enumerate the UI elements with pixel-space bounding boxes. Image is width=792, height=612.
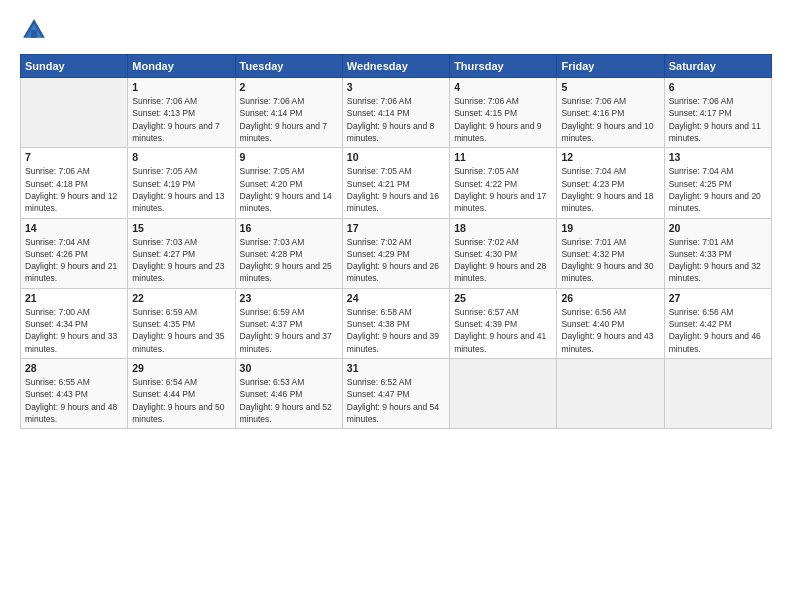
calendar-week-row: 7Sunrise: 7:06 AMSunset: 4:18 PMDaylight… <box>21 148 772 218</box>
day-number: 28 <box>25 362 123 374</box>
calendar-cell: 22Sunrise: 6:59 AMSunset: 4:35 PMDayligh… <box>128 288 235 358</box>
calendar-cell: 15Sunrise: 7:03 AMSunset: 4:27 PMDayligh… <box>128 218 235 288</box>
day-info: Sunrise: 7:06 AMSunset: 4:14 PMDaylight:… <box>347 95 445 144</box>
calendar-cell: 6Sunrise: 7:06 AMSunset: 4:17 PMDaylight… <box>664 78 771 148</box>
day-info: Sunrise: 7:03 AMSunset: 4:28 PMDaylight:… <box>240 236 338 285</box>
day-number: 29 <box>132 362 230 374</box>
day-number: 3 <box>347 81 445 93</box>
day-number: 9 <box>240 151 338 163</box>
day-number: 21 <box>25 292 123 304</box>
day-number: 16 <box>240 222 338 234</box>
day-info: Sunrise: 7:01 AMSunset: 4:33 PMDaylight:… <box>669 236 767 285</box>
calendar-cell: 8Sunrise: 7:05 AMSunset: 4:19 PMDaylight… <box>128 148 235 218</box>
day-number: 7 <box>25 151 123 163</box>
weekday-header: Wednesday <box>342 55 449 78</box>
calendar-cell: 19Sunrise: 7:01 AMSunset: 4:32 PMDayligh… <box>557 218 664 288</box>
day-number: 6 <box>669 81 767 93</box>
day-number: 17 <box>347 222 445 234</box>
calendar-table: SundayMondayTuesdayWednesdayThursdayFrid… <box>20 54 772 429</box>
calendar-cell: 2Sunrise: 7:06 AMSunset: 4:14 PMDaylight… <box>235 78 342 148</box>
day-info: Sunrise: 7:00 AMSunset: 4:34 PMDaylight:… <box>25 306 123 355</box>
page: SundayMondayTuesdayWednesdayThursdayFrid… <box>0 0 792 612</box>
calendar-week-row: 21Sunrise: 7:00 AMSunset: 4:34 PMDayligh… <box>21 288 772 358</box>
day-info: Sunrise: 7:04 AMSunset: 4:25 PMDaylight:… <box>669 165 767 214</box>
header <box>20 16 772 44</box>
svg-rect-2 <box>31 30 37 38</box>
day-info: Sunrise: 6:59 AMSunset: 4:35 PMDaylight:… <box>132 306 230 355</box>
day-number: 4 <box>454 81 552 93</box>
day-info: Sunrise: 7:01 AMSunset: 4:32 PMDaylight:… <box>561 236 659 285</box>
calendar-cell <box>21 78 128 148</box>
calendar-cell: 16Sunrise: 7:03 AMSunset: 4:28 PMDayligh… <box>235 218 342 288</box>
calendar-cell: 27Sunrise: 6:56 AMSunset: 4:42 PMDayligh… <box>664 288 771 358</box>
day-info: Sunrise: 7:06 AMSunset: 4:16 PMDaylight:… <box>561 95 659 144</box>
day-number: 15 <box>132 222 230 234</box>
day-number: 24 <box>347 292 445 304</box>
calendar-cell: 9Sunrise: 7:05 AMSunset: 4:20 PMDaylight… <box>235 148 342 218</box>
day-number: 22 <box>132 292 230 304</box>
calendar-cell: 1Sunrise: 7:06 AMSunset: 4:13 PMDaylight… <box>128 78 235 148</box>
day-info: Sunrise: 6:58 AMSunset: 4:38 PMDaylight:… <box>347 306 445 355</box>
day-number: 11 <box>454 151 552 163</box>
day-number: 27 <box>669 292 767 304</box>
weekday-header: Monday <box>128 55 235 78</box>
calendar-cell: 11Sunrise: 7:05 AMSunset: 4:22 PMDayligh… <box>450 148 557 218</box>
calendar-cell: 21Sunrise: 7:00 AMSunset: 4:34 PMDayligh… <box>21 288 128 358</box>
day-info: Sunrise: 6:57 AMSunset: 4:39 PMDaylight:… <box>454 306 552 355</box>
day-info: Sunrise: 6:52 AMSunset: 4:47 PMDaylight:… <box>347 376 445 425</box>
day-number: 12 <box>561 151 659 163</box>
calendar-cell: 31Sunrise: 6:52 AMSunset: 4:47 PMDayligh… <box>342 359 449 429</box>
day-number: 10 <box>347 151 445 163</box>
day-number: 26 <box>561 292 659 304</box>
day-number: 8 <box>132 151 230 163</box>
logo-icon <box>20 16 48 44</box>
day-number: 2 <box>240 81 338 93</box>
day-info: Sunrise: 7:02 AMSunset: 4:30 PMDaylight:… <box>454 236 552 285</box>
day-info: Sunrise: 6:53 AMSunset: 4:46 PMDaylight:… <box>240 376 338 425</box>
weekday-header: Thursday <box>450 55 557 78</box>
day-number: 25 <box>454 292 552 304</box>
day-info: Sunrise: 7:06 AMSunset: 4:14 PMDaylight:… <box>240 95 338 144</box>
weekday-header-row: SundayMondayTuesdayWednesdayThursdayFrid… <box>21 55 772 78</box>
day-number: 13 <box>669 151 767 163</box>
calendar-cell: 13Sunrise: 7:04 AMSunset: 4:25 PMDayligh… <box>664 148 771 218</box>
day-info: Sunrise: 7:03 AMSunset: 4:27 PMDaylight:… <box>132 236 230 285</box>
day-info: Sunrise: 7:06 AMSunset: 4:15 PMDaylight:… <box>454 95 552 144</box>
day-info: Sunrise: 7:04 AMSunset: 4:26 PMDaylight:… <box>25 236 123 285</box>
day-info: Sunrise: 7:05 AMSunset: 4:20 PMDaylight:… <box>240 165 338 214</box>
calendar-cell: 20Sunrise: 7:01 AMSunset: 4:33 PMDayligh… <box>664 218 771 288</box>
day-info: Sunrise: 6:59 AMSunset: 4:37 PMDaylight:… <box>240 306 338 355</box>
day-info: Sunrise: 7:05 AMSunset: 4:19 PMDaylight:… <box>132 165 230 214</box>
calendar-week-row: 1Sunrise: 7:06 AMSunset: 4:13 PMDaylight… <box>21 78 772 148</box>
day-number: 31 <box>347 362 445 374</box>
day-info: Sunrise: 7:06 AMSunset: 4:18 PMDaylight:… <box>25 165 123 214</box>
day-number: 5 <box>561 81 659 93</box>
calendar-cell: 7Sunrise: 7:06 AMSunset: 4:18 PMDaylight… <box>21 148 128 218</box>
day-info: Sunrise: 6:54 AMSunset: 4:44 PMDaylight:… <box>132 376 230 425</box>
calendar-week-row: 28Sunrise: 6:55 AMSunset: 4:43 PMDayligh… <box>21 359 772 429</box>
day-info: Sunrise: 6:56 AMSunset: 4:40 PMDaylight:… <box>561 306 659 355</box>
weekday-header: Friday <box>557 55 664 78</box>
calendar-body: 1Sunrise: 7:06 AMSunset: 4:13 PMDaylight… <box>21 78 772 429</box>
day-info: Sunrise: 7:04 AMSunset: 4:23 PMDaylight:… <box>561 165 659 214</box>
calendar-cell: 26Sunrise: 6:56 AMSunset: 4:40 PMDayligh… <box>557 288 664 358</box>
day-info: Sunrise: 7:05 AMSunset: 4:22 PMDaylight:… <box>454 165 552 214</box>
weekday-header: Tuesday <box>235 55 342 78</box>
calendar-week-row: 14Sunrise: 7:04 AMSunset: 4:26 PMDayligh… <box>21 218 772 288</box>
calendar-cell: 28Sunrise: 6:55 AMSunset: 4:43 PMDayligh… <box>21 359 128 429</box>
calendar-cell: 30Sunrise: 6:53 AMSunset: 4:46 PMDayligh… <box>235 359 342 429</box>
day-number: 19 <box>561 222 659 234</box>
calendar-cell <box>664 359 771 429</box>
calendar-cell <box>450 359 557 429</box>
calendar-cell: 14Sunrise: 7:04 AMSunset: 4:26 PMDayligh… <box>21 218 128 288</box>
weekday-header: Sunday <box>21 55 128 78</box>
day-info: Sunrise: 7:06 AMSunset: 4:13 PMDaylight:… <box>132 95 230 144</box>
calendar-header: SundayMondayTuesdayWednesdayThursdayFrid… <box>21 55 772 78</box>
calendar-cell: 24Sunrise: 6:58 AMSunset: 4:38 PMDayligh… <box>342 288 449 358</box>
calendar-cell: 17Sunrise: 7:02 AMSunset: 4:29 PMDayligh… <box>342 218 449 288</box>
calendar-cell: 25Sunrise: 6:57 AMSunset: 4:39 PMDayligh… <box>450 288 557 358</box>
day-number: 30 <box>240 362 338 374</box>
day-info: Sunrise: 6:56 AMSunset: 4:42 PMDaylight:… <box>669 306 767 355</box>
day-info: Sunrise: 7:02 AMSunset: 4:29 PMDaylight:… <box>347 236 445 285</box>
calendar-cell: 12Sunrise: 7:04 AMSunset: 4:23 PMDayligh… <box>557 148 664 218</box>
